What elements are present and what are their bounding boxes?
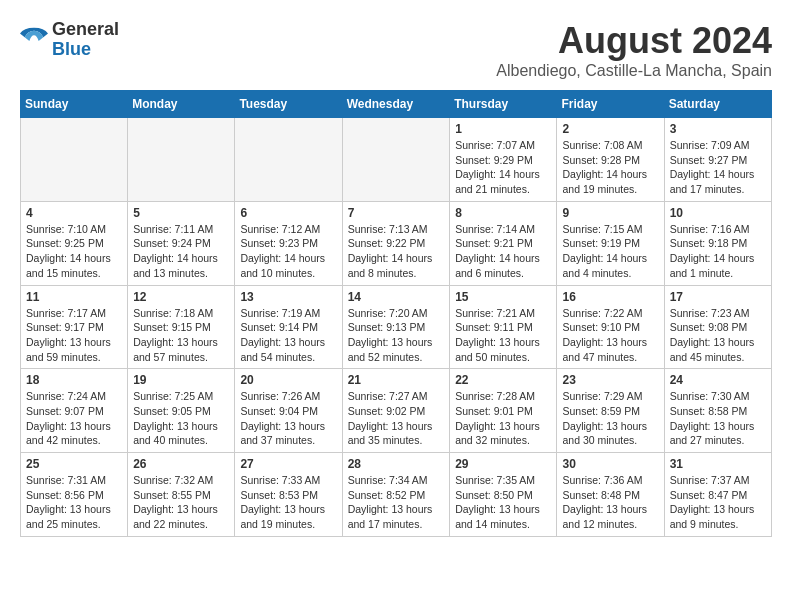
- day-info: Sunrise: 7:24 AMSunset: 9:07 PMDaylight:…: [26, 389, 122, 448]
- calendar-cell: 6Sunrise: 7:12 AMSunset: 9:23 PMDaylight…: [235, 201, 342, 285]
- day-number: 14: [348, 290, 445, 304]
- calendar-cell: 1Sunrise: 7:07 AMSunset: 9:29 PMDaylight…: [450, 118, 557, 202]
- logo-general: General: [52, 20, 119, 40]
- calendar-cell: 27Sunrise: 7:33 AMSunset: 8:53 PMDayligh…: [235, 453, 342, 537]
- page-header: General Blue August 2024 Albendiego, Cas…: [20, 20, 772, 80]
- day-info: Sunrise: 7:33 AMSunset: 8:53 PMDaylight:…: [240, 473, 336, 532]
- calendar-cell: 3Sunrise: 7:09 AMSunset: 9:27 PMDaylight…: [664, 118, 771, 202]
- calendar: SundayMondayTuesdayWednesdayThursdayFrid…: [20, 90, 772, 537]
- day-info: Sunrise: 7:14 AMSunset: 9:21 PMDaylight:…: [455, 222, 551, 281]
- day-number: 25: [26, 457, 122, 471]
- day-info: Sunrise: 7:10 AMSunset: 9:25 PMDaylight:…: [26, 222, 122, 281]
- calendar-cell: 25Sunrise: 7:31 AMSunset: 8:56 PMDayligh…: [21, 453, 128, 537]
- calendar-header-row: SundayMondayTuesdayWednesdayThursdayFrid…: [21, 91, 772, 118]
- day-number: 5: [133, 206, 229, 220]
- day-number: 18: [26, 373, 122, 387]
- day-info: Sunrise: 7:16 AMSunset: 9:18 PMDaylight:…: [670, 222, 766, 281]
- day-number: 7: [348, 206, 445, 220]
- day-info: Sunrise: 7:11 AMSunset: 9:24 PMDaylight:…: [133, 222, 229, 281]
- day-info: Sunrise: 7:20 AMSunset: 9:13 PMDaylight:…: [348, 306, 445, 365]
- day-number: 17: [670, 290, 766, 304]
- day-info: Sunrise: 7:09 AMSunset: 9:27 PMDaylight:…: [670, 138, 766, 197]
- week-row-3: 11Sunrise: 7:17 AMSunset: 9:17 PMDayligh…: [21, 285, 772, 369]
- day-number: 22: [455, 373, 551, 387]
- day-info: Sunrise: 7:28 AMSunset: 9:01 PMDaylight:…: [455, 389, 551, 448]
- day-number: 2: [562, 122, 658, 136]
- calendar-cell: 4Sunrise: 7:10 AMSunset: 9:25 PMDaylight…: [21, 201, 128, 285]
- day-info: Sunrise: 7:22 AMSunset: 9:10 PMDaylight:…: [562, 306, 658, 365]
- day-number: 3: [670, 122, 766, 136]
- day-info: Sunrise: 7:31 AMSunset: 8:56 PMDaylight:…: [26, 473, 122, 532]
- calendar-cell: 5Sunrise: 7:11 AMSunset: 9:24 PMDaylight…: [128, 201, 235, 285]
- calendar-cell: 11Sunrise: 7:17 AMSunset: 9:17 PMDayligh…: [21, 285, 128, 369]
- calendar-cell: [235, 118, 342, 202]
- week-row-5: 25Sunrise: 7:31 AMSunset: 8:56 PMDayligh…: [21, 453, 772, 537]
- day-info: Sunrise: 7:17 AMSunset: 9:17 PMDaylight:…: [26, 306, 122, 365]
- calendar-cell: [342, 118, 450, 202]
- day-number: 28: [348, 457, 445, 471]
- day-number: 31: [670, 457, 766, 471]
- day-number: 29: [455, 457, 551, 471]
- calendar-cell: [21, 118, 128, 202]
- logo: General Blue: [20, 20, 119, 60]
- day-number: 1: [455, 122, 551, 136]
- day-number: 21: [348, 373, 445, 387]
- calendar-cell: 31Sunrise: 7:37 AMSunset: 8:47 PMDayligh…: [664, 453, 771, 537]
- calendar-cell: 28Sunrise: 7:34 AMSunset: 8:52 PMDayligh…: [342, 453, 450, 537]
- day-header-monday: Monday: [128, 91, 235, 118]
- day-info: Sunrise: 7:37 AMSunset: 8:47 PMDaylight:…: [670, 473, 766, 532]
- day-info: Sunrise: 7:13 AMSunset: 9:22 PMDaylight:…: [348, 222, 445, 281]
- calendar-cell: 30Sunrise: 7:36 AMSunset: 8:48 PMDayligh…: [557, 453, 664, 537]
- logo-blue: Blue: [52, 40, 119, 60]
- week-row-2: 4Sunrise: 7:10 AMSunset: 9:25 PMDaylight…: [21, 201, 772, 285]
- day-number: 19: [133, 373, 229, 387]
- calendar-cell: 2Sunrise: 7:08 AMSunset: 9:28 PMDaylight…: [557, 118, 664, 202]
- day-number: 4: [26, 206, 122, 220]
- title-block: August 2024 Albendiego, Castille-La Manc…: [496, 20, 772, 80]
- day-number: 9: [562, 206, 658, 220]
- calendar-cell: 20Sunrise: 7:26 AMSunset: 9:04 PMDayligh…: [235, 369, 342, 453]
- day-info: Sunrise: 7:12 AMSunset: 9:23 PMDaylight:…: [240, 222, 336, 281]
- day-number: 24: [670, 373, 766, 387]
- calendar-cell: 19Sunrise: 7:25 AMSunset: 9:05 PMDayligh…: [128, 369, 235, 453]
- day-info: Sunrise: 7:29 AMSunset: 8:59 PMDaylight:…: [562, 389, 658, 448]
- calendar-cell: 10Sunrise: 7:16 AMSunset: 9:18 PMDayligh…: [664, 201, 771, 285]
- day-info: Sunrise: 7:25 AMSunset: 9:05 PMDaylight:…: [133, 389, 229, 448]
- day-number: 26: [133, 457, 229, 471]
- calendar-cell: 14Sunrise: 7:20 AMSunset: 9:13 PMDayligh…: [342, 285, 450, 369]
- day-info: Sunrise: 7:07 AMSunset: 9:29 PMDaylight:…: [455, 138, 551, 197]
- calendar-cell: 12Sunrise: 7:18 AMSunset: 9:15 PMDayligh…: [128, 285, 235, 369]
- day-number: 6: [240, 206, 336, 220]
- day-info: Sunrise: 7:26 AMSunset: 9:04 PMDaylight:…: [240, 389, 336, 448]
- month-year: August 2024: [496, 20, 772, 62]
- day-number: 30: [562, 457, 658, 471]
- location: Albendiego, Castille-La Mancha, Spain: [496, 62, 772, 80]
- calendar-cell: 8Sunrise: 7:14 AMSunset: 9:21 PMDaylight…: [450, 201, 557, 285]
- day-header-thursday: Thursday: [450, 91, 557, 118]
- day-number: 11: [26, 290, 122, 304]
- calendar-cell: 7Sunrise: 7:13 AMSunset: 9:22 PMDaylight…: [342, 201, 450, 285]
- day-number: 13: [240, 290, 336, 304]
- calendar-cell: 9Sunrise: 7:15 AMSunset: 9:19 PMDaylight…: [557, 201, 664, 285]
- day-info: Sunrise: 7:18 AMSunset: 9:15 PMDaylight:…: [133, 306, 229, 365]
- week-row-1: 1Sunrise: 7:07 AMSunset: 9:29 PMDaylight…: [21, 118, 772, 202]
- calendar-cell: 23Sunrise: 7:29 AMSunset: 8:59 PMDayligh…: [557, 369, 664, 453]
- calendar-cell: 29Sunrise: 7:35 AMSunset: 8:50 PMDayligh…: [450, 453, 557, 537]
- calendar-cell: 24Sunrise: 7:30 AMSunset: 8:58 PMDayligh…: [664, 369, 771, 453]
- calendar-cell: 18Sunrise: 7:24 AMSunset: 9:07 PMDayligh…: [21, 369, 128, 453]
- day-info: Sunrise: 7:30 AMSunset: 8:58 PMDaylight:…: [670, 389, 766, 448]
- day-number: 16: [562, 290, 658, 304]
- day-info: Sunrise: 7:08 AMSunset: 9:28 PMDaylight:…: [562, 138, 658, 197]
- day-header-wednesday: Wednesday: [342, 91, 450, 118]
- calendar-cell: 21Sunrise: 7:27 AMSunset: 9:02 PMDayligh…: [342, 369, 450, 453]
- logo-icon: [20, 26, 48, 54]
- day-info: Sunrise: 7:27 AMSunset: 9:02 PMDaylight:…: [348, 389, 445, 448]
- calendar-cell: 26Sunrise: 7:32 AMSunset: 8:55 PMDayligh…: [128, 453, 235, 537]
- calendar-cell: 15Sunrise: 7:21 AMSunset: 9:11 PMDayligh…: [450, 285, 557, 369]
- day-info: Sunrise: 7:34 AMSunset: 8:52 PMDaylight:…: [348, 473, 445, 532]
- calendar-cell: 13Sunrise: 7:19 AMSunset: 9:14 PMDayligh…: [235, 285, 342, 369]
- day-info: Sunrise: 7:32 AMSunset: 8:55 PMDaylight:…: [133, 473, 229, 532]
- day-number: 12: [133, 290, 229, 304]
- day-info: Sunrise: 7:36 AMSunset: 8:48 PMDaylight:…: [562, 473, 658, 532]
- calendar-cell: [128, 118, 235, 202]
